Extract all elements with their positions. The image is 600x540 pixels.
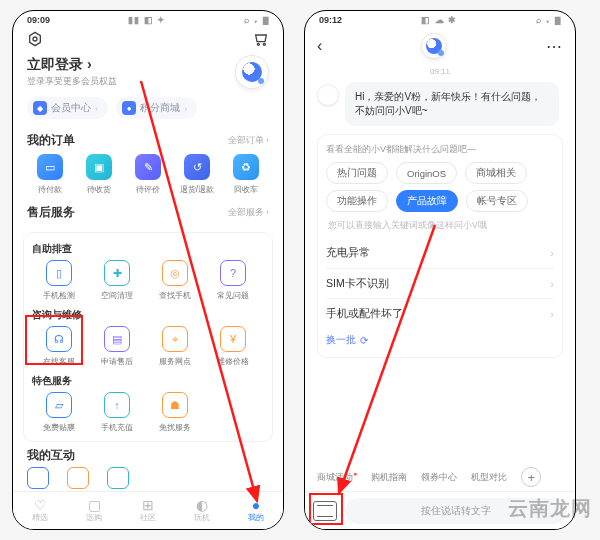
service-group2-title: 咨询与维修 (32, 309, 264, 322)
quick-activity[interactable]: 商城活动● (317, 470, 357, 484)
chevron-right-icon: › (550, 247, 554, 259)
quick-add-button[interactable]: + (521, 467, 541, 487)
form-icon: ▤ (112, 333, 122, 346)
bot-avatar-header (421, 33, 447, 59)
quick-guide[interactable]: 购机指南 (371, 471, 407, 484)
link-list: 充电异常› SIM卡不识别› 手机或配件坏了› (326, 238, 554, 328)
status-bar-right: 09:12 ◧ ☁ ✱ ⌕ ▾ ▇ (305, 11, 575, 27)
pill-row: ◆ 会员中心 › ● 积分商城 › (13, 89, 283, 129)
link-broken[interactable]: 手机或配件坏了› (326, 298, 554, 328)
quick-row: 商城活动● 购机指南 领券中心 机型对比 + (305, 463, 575, 491)
chip-hot[interactable]: 热门问题 (326, 162, 388, 184)
interact-item-1[interactable] (27, 467, 49, 489)
price-icon: ¥ (230, 333, 236, 345)
link-sim[interactable]: SIM卡不识别› (326, 268, 554, 298)
interact-title: 我的互动 (13, 448, 283, 467)
orders-more[interactable]: 全部订单 › (228, 134, 270, 147)
svc-price[interactable]: ¥维修价格 (204, 326, 262, 367)
service-more[interactable]: 全部服务 › (228, 206, 270, 219)
chat-timestamp: 09:11 (305, 67, 575, 76)
svc-topup[interactable]: ↑手机充值 (88, 392, 146, 433)
tab-mine[interactable]: ●我的 (248, 498, 264, 523)
chip-fault[interactable]: 产品故障 (396, 190, 458, 212)
phone-mine: 09:09 ▮▮ ◧ ✦ ⌕ ▾ ▇ 立即登录 › 登录享受更多会员权益 ◆ 会… (12, 10, 284, 530)
chip-mall[interactable]: 商城相关 (465, 162, 527, 184)
interact-item-2[interactable] (67, 467, 89, 489)
quick-coupon[interactable]: 领券中心 (421, 471, 457, 484)
tab-shop[interactable]: ▢选购 (86, 498, 102, 523)
interact-row (13, 467, 283, 489)
chip-originos[interactable]: OriginOS (396, 162, 457, 184)
orders-title: 我的订单 (27, 133, 75, 148)
chat-header: ‹ ⋯ (305, 27, 575, 63)
person-icon: ● (252, 498, 260, 512)
status-time: 09:09 (27, 15, 50, 25)
status-time-right: 09:12 (319, 15, 342, 25)
tab-featured[interactable]: ♡精选 (32, 498, 48, 523)
help-card: 看看全能的小V都能解决什么问题吧— 热门问题 OriginOS 商城相关 功能操… (317, 134, 563, 358)
more-button[interactable]: ⋯ (546, 37, 563, 56)
section-orders: 我的订单 全部订单 › ▭待付款 ▣待收货 ✎待评价 ↺退货/退款 ♻回收车 (13, 129, 283, 201)
order-pending-recv[interactable]: ▣待收货 (76, 154, 122, 195)
tab-play[interactable]: ◐玩机 (194, 498, 210, 523)
svc-locations[interactable]: ⌖服务网点 (146, 326, 204, 367)
broom-icon: ✚ (113, 267, 122, 280)
status-bar: 09:09 ▮▮ ◧ ✦ ⌕ ▾ ▇ (13, 11, 283, 27)
bot-avatar-bubble (317, 84, 339, 106)
pill-points[interactable]: ● 积分商城 › (116, 97, 197, 119)
login-subtitle: 登录享受更多会员权益 (27, 76, 117, 88)
svg-point-1 (33, 37, 37, 41)
back-button[interactable]: ‹ (317, 37, 322, 55)
chip-function[interactable]: 功能操作 (326, 190, 388, 212)
order-pending-pay[interactable]: ▭待付款 (27, 154, 73, 195)
question-icon: ? (230, 267, 236, 279)
tab-community[interactable]: ⊞社区 (140, 498, 156, 523)
recycle-icon: ♻ (241, 161, 251, 174)
header (13, 27, 283, 53)
locate-icon: ◎ (170, 267, 180, 280)
svc-faq[interactable]: ?常见问题 (204, 260, 262, 301)
order-refund[interactable]: ↺退货/退款 (174, 154, 220, 195)
login-row: 立即登录 › 登录享受更多会员权益 (13, 53, 283, 89)
pill-member[interactable]: ◆ 会员中心 › (27, 97, 108, 119)
svc-apply-after[interactable]: ▤申请售后 (88, 326, 146, 367)
headset-icon: ☊ (54, 333, 64, 346)
svc-online-cs[interactable]: ☊在线客服 (30, 326, 88, 367)
link-charge[interactable]: 充电异常› (326, 238, 554, 268)
chip-row: 热门问题 OriginOS 商城相关 功能操作 产品故障 帐号专区 (326, 162, 554, 212)
svc-clean[interactable]: ✚空间清理 (88, 260, 146, 301)
chat-icon: ✎ (144, 161, 153, 174)
watermark: 云南龙网 (508, 495, 592, 522)
order-recycle[interactable]: ♻回收车 (223, 154, 269, 195)
settings-icon[interactable] (27, 31, 43, 47)
chip-account[interactable]: 帐号专区 (466, 190, 528, 212)
film-icon: ▱ (55, 399, 63, 412)
order-pending-review[interactable]: ✎待评价 (125, 154, 171, 195)
svc-film[interactable]: ▱免费贴膜 (30, 392, 88, 433)
shield-icon: ☗ (170, 399, 180, 412)
service-group3-title: 特色服务 (32, 375, 264, 388)
interact-item-3[interactable] (107, 467, 129, 489)
cart-icon[interactable] (253, 31, 269, 47)
service-group1-title: 自助排查 (32, 243, 264, 256)
status-icons-right: ◧ ☁ ✱ (421, 15, 457, 25)
svc-find[interactable]: ◎查找手机 (146, 260, 204, 301)
phone-icon: ▯ (56, 267, 62, 280)
keyboard-icon[interactable] (313, 501, 337, 521)
svg-point-2 (257, 43, 259, 45)
avatar[interactable] (235, 55, 269, 89)
greeting-bubble: Hi，亲爱的V粉，新年快乐！有什么问题，不妨问问小V吧~ (345, 82, 559, 126)
refresh-button[interactable]: 换一批⟳ (326, 334, 554, 347)
svc-phone-check[interactable]: ▯手机检测 (30, 260, 88, 301)
login-title[interactable]: 立即登录 › (27, 56, 117, 74)
quick-compare[interactable]: 机型对比 (471, 471, 507, 484)
help-title: 看看全能的小V都能解决什么问题吧— (326, 143, 554, 156)
coin-icon: ● (122, 101, 136, 115)
svc-dnd[interactable]: ☗免扰服务 (146, 392, 204, 433)
game-icon: ◐ (196, 498, 208, 512)
chevron-right-icon: › (550, 308, 554, 320)
help-hint: 您可以直接输入关键词或像这样问小V哦 (328, 220, 552, 232)
refund-icon: ↺ (193, 161, 202, 174)
svg-point-3 (263, 43, 265, 45)
diamond-icon: ◆ (33, 101, 47, 115)
